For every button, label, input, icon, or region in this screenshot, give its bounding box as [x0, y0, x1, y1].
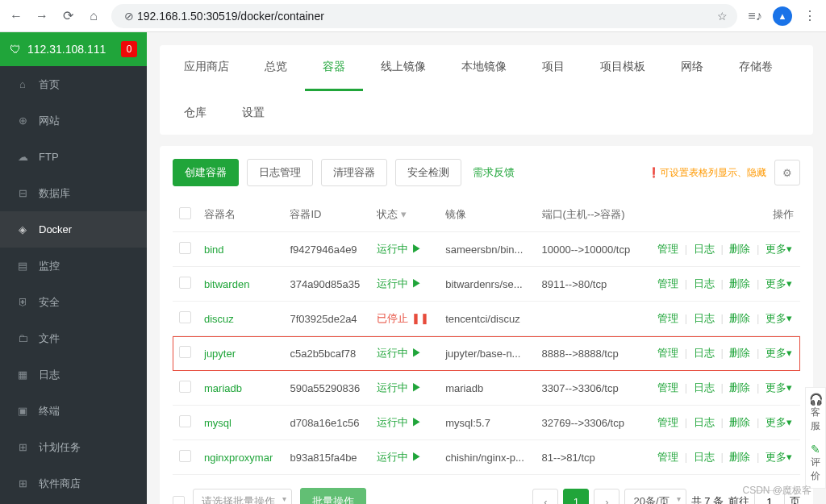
sidebar-item-终端[interactable]: ▣终端 — [0, 393, 147, 429]
sidebar-item-计划任务[interactable]: ⊞计划任务 — [0, 429, 147, 465]
table-row: bindf9427946a4e9运行中 ▶sameersbn/bin...100… — [173, 232, 800, 267]
tab-仓库[interactable]: 仓库 — [166, 91, 224, 135]
menu-icon[interactable]: ⋮ — [802, 8, 818, 23]
more-link[interactable]: 更多▾ — [766, 416, 792, 428]
prev-page-button[interactable]: ‹ — [532, 489, 558, 504]
batch-select[interactable]: 请选择批量操作 — [193, 489, 292, 504]
delete-link[interactable]: 删除 — [729, 312, 750, 324]
manage-link[interactable]: 管理 — [657, 312, 678, 324]
nav-icon: ⊕ — [16, 115, 29, 127]
delete-link[interactable]: 删除 — [729, 277, 750, 289]
url-text: 192.168.1.50:30519/docker/container — [137, 10, 324, 23]
manage-link[interactable]: 管理 — [657, 451, 678, 463]
reload-icon[interactable]: ⟳ — [60, 8, 76, 23]
port-mapping: 8888-->8888/tcp — [536, 336, 642, 371]
tab-存储卷[interactable]: 存储卷 — [721, 45, 791, 91]
rate-button[interactable]: ✎评价 — [806, 438, 825, 488]
delete-link[interactable]: 删除 — [729, 381, 750, 394]
profile-icon[interactable]: ▲ — [773, 6, 792, 26]
sidebar-item-安全[interactable]: ⛨安全 — [0, 284, 147, 320]
manage-link[interactable]: 管理 — [657, 243, 678, 255]
sidebar-item-监控[interactable]: ▤监控 — [0, 248, 147, 284]
tab-应用商店[interactable]: 应用商店 — [166, 45, 247, 91]
column-hint[interactable]: ❗可设置表格列显示、隐藏 — [648, 166, 766, 180]
page-1-button[interactable]: 1 — [563, 489, 589, 504]
log-link[interactable]: 日志 — [694, 243, 715, 255]
tab-总览[interactable]: 总览 — [247, 45, 305, 91]
log-link[interactable]: 日志 — [694, 381, 715, 394]
feedback-link[interactable]: 需求反馈 — [473, 165, 515, 180]
sidebar-item-数据库[interactable]: ⊟数据库 — [0, 175, 147, 211]
sidebar-item-Docker[interactable]: ◈Docker — [0, 211, 147, 248]
container-name-link[interactable]: mariadb — [204, 382, 242, 394]
manage-link[interactable]: 管理 — [657, 416, 678, 428]
row-checkbox[interactable] — [179, 311, 191, 323]
delete-link[interactable]: 删除 — [729, 347, 750, 359]
notification-badge[interactable]: 0 — [121, 41, 137, 57]
port-mapping — [536, 302, 642, 336]
row-checkbox[interactable] — [179, 381, 191, 393]
more-link[interactable]: 更多▾ — [766, 277, 792, 289]
more-link[interactable]: 更多▾ — [766, 347, 792, 359]
manage-link[interactable]: 管理 — [657, 347, 678, 359]
row-checkbox[interactable] — [179, 277, 191, 289]
security-check-button[interactable]: 安全检测 — [395, 159, 461, 186]
settings-button[interactable]: ⚙ — [774, 160, 800, 185]
tab-项目模板[interactable]: 项目模板 — [582, 45, 663, 91]
container-name-link[interactable]: jupyter — [204, 348, 236, 360]
tab-容器[interactable]: 容器 — [305, 45, 363, 91]
row-checkbox[interactable] — [179, 346, 191, 358]
delete-link[interactable]: 删除 — [729, 416, 750, 428]
more-link[interactable]: 更多▾ — [766, 312, 792, 324]
sidebar-item-label: 计划任务 — [39, 440, 81, 455]
more-link[interactable]: 更多▾ — [766, 381, 792, 394]
url-bar[interactable]: ⊘ 192.168.1.50:30519/docker/container ☆ — [111, 4, 737, 28]
tab-本地镜像[interactable]: 本地镜像 — [444, 45, 524, 91]
delete-link[interactable]: 删除 — [729, 451, 750, 463]
log-link[interactable]: 日志 — [694, 277, 715, 289]
create-container-button[interactable]: 创建容器 — [173, 159, 239, 186]
row-checkbox[interactable] — [179, 415, 191, 427]
container-name-link[interactable]: discuz — [204, 313, 234, 325]
log-manage-button[interactable]: 日志管理 — [247, 159, 313, 186]
forward-icon[interactable]: → — [34, 9, 50, 23]
log-link[interactable]: 日志 — [694, 451, 715, 463]
select-all-checkbox[interactable] — [179, 207, 191, 219]
footer-checkbox[interactable] — [173, 496, 185, 505]
batch-apply-button[interactable]: 批量操作 — [300, 488, 366, 504]
log-link[interactable]: 日志 — [694, 347, 715, 359]
sidebar-item-首页[interactable]: ⌂首页 — [0, 66, 147, 102]
tab-线上镜像[interactable]: 线上镜像 — [363, 45, 444, 91]
back-icon[interactable]: ← — [8, 9, 24, 23]
tab-设置[interactable]: 设置 — [224, 91, 282, 135]
delete-link[interactable]: 删除 — [729, 243, 750, 255]
manage-link[interactable]: 管理 — [657, 277, 678, 289]
col-status[interactable]: 状态 ▾ — [370, 198, 439, 232]
cleanup-button[interactable]: 清理容器 — [321, 159, 387, 186]
row-checkbox[interactable] — [179, 450, 191, 462]
container-name-link[interactable]: bitwarden — [204, 278, 249, 290]
sidebar-item-软件商店[interactable]: ⊞软件商店 — [0, 465, 147, 502]
next-page-button[interactable]: › — [594, 489, 620, 504]
container-name-link[interactable]: nginxproxymar — [204, 452, 273, 464]
sidebar-item-FTP[interactable]: ☁FTP — [0, 139, 147, 175]
log-link[interactable]: 日志 — [694, 312, 715, 324]
sidebar-item-label: 安全 — [39, 295, 60, 310]
container-name-link[interactable]: bind — [204, 244, 224, 256]
per-page-select[interactable]: 20条/页 — [624, 489, 686, 504]
sidebar-item-日志[interactable]: ▦日志 — [0, 356, 147, 393]
container-name-link[interactable]: mysql — [204, 417, 232, 429]
bookmark-icon[interactable]: ☆ — [717, 10, 728, 23]
sidebar-item-网站[interactable]: ⊕网站 — [0, 102, 147, 139]
more-link[interactable]: 更多▾ — [766, 451, 792, 463]
row-checkbox[interactable] — [179, 242, 191, 254]
tab-项目[interactable]: 项目 — [524, 45, 582, 91]
manage-link[interactable]: 管理 — [657, 381, 678, 394]
reader-icon[interactable]: ≡♪ — [747, 9, 763, 23]
home-icon[interactable]: ⌂ — [86, 9, 102, 23]
sidebar-item-文件[interactable]: 🗀文件 — [0, 320, 147, 356]
support-button[interactable]: 🎧客服 — [806, 388, 825, 438]
tab-网络[interactable]: 网络 — [663, 45, 721, 91]
log-link[interactable]: 日志 — [694, 416, 715, 428]
more-link[interactable]: 更多▾ — [766, 243, 792, 255]
